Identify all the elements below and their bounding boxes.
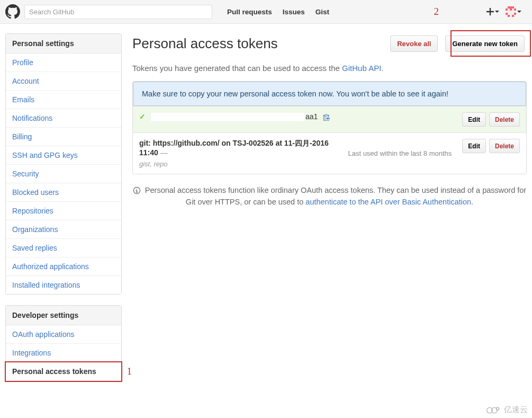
intro-suffix: . bbox=[381, 64, 383, 73]
intro-prefix: Tokens you have generated that can be us… bbox=[132, 64, 342, 73]
settings-sidebar: Personal settings Profile Account Emails… bbox=[5, 33, 122, 392]
menu-header-developer: Developer settings bbox=[6, 306, 121, 325]
github-logo-icon[interactable] bbox=[5, 4, 20, 19]
edit-token-button[interactable]: Edit bbox=[462, 112, 486, 127]
token-list: Make sure to copy your new personal acce… bbox=[132, 81, 527, 174]
token-row-existing: git: https://github.com/ on TSJ-002526 a… bbox=[133, 132, 526, 174]
generate-new-token-button[interactable]: Generate new token bbox=[445, 35, 525, 52]
delete-token-button[interactable]: Delete bbox=[489, 139, 520, 153]
main-content: Personal access tokens Revoke all Genera… bbox=[132, 33, 527, 392]
token-value-redacted bbox=[151, 113, 304, 121]
info-icon bbox=[133, 186, 141, 194]
sidebar-item-installed-integrations[interactable]: Installed integrations bbox=[6, 276, 121, 294]
revoke-all-button[interactable]: Revoke all bbox=[390, 35, 438, 52]
sidebar-item-account[interactable]: Account bbox=[6, 72, 121, 91]
token-scopes: gist, repo bbox=[139, 160, 342, 168]
page-title: Personal access tokens bbox=[132, 35, 278, 52]
nav-pull-requests[interactable]: Pull requests bbox=[223, 8, 276, 16]
sidebar-item-authorized-applications[interactable]: Authorized applications bbox=[6, 257, 121, 276]
sidebar-item-profile[interactable]: Profile bbox=[6, 54, 121, 72]
nav-gist[interactable]: Gist bbox=[311, 8, 333, 16]
token-row-actions: Edit Delete bbox=[462, 139, 520, 153]
global-header: Pull requests Issues Gist 2 bbox=[0, 0, 532, 24]
developer-settings-menu: Developer settings OAuth applications In… bbox=[5, 305, 122, 381]
sidebar-item-personal-access-tokens[interactable]: Personal access tokens bbox=[6, 362, 121, 381]
user-menu[interactable] bbox=[506, 6, 521, 17]
annotation-1: 1 bbox=[127, 366, 132, 377]
sidebar-item-organizations[interactable]: Organizations bbox=[6, 220, 121, 239]
svg-point-1 bbox=[137, 189, 137, 189]
sidebar-item-repositories[interactable]: Repositories bbox=[6, 202, 121, 220]
check-icon: ✓ bbox=[139, 112, 146, 121]
header-right: 2 bbox=[434, 6, 527, 17]
page-actions: Revoke all Generate new token bbox=[390, 33, 527, 54]
sidebar-item-security[interactable]: Security bbox=[6, 165, 121, 183]
sidebar-item-notifications[interactable]: Notifications bbox=[6, 109, 121, 128]
delete-token-button[interactable]: Delete bbox=[489, 112, 520, 127]
sidebar-item-billing[interactable]: Billing bbox=[6, 128, 121, 146]
copy-icon[interactable] bbox=[323, 113, 330, 121]
flash-copy-token: Make sure to copy your new personal acce… bbox=[133, 82, 526, 106]
sidebar-item-blocked-users[interactable]: Blocked users bbox=[6, 183, 121, 202]
sidebar-item-integrations[interactable]: Integrations bbox=[6, 344, 121, 362]
sidebar-item-emails[interactable]: Emails bbox=[6, 91, 121, 109]
annotation-2: 2 bbox=[434, 6, 439, 17]
caret-down-icon bbox=[517, 11, 521, 13]
token-title: git: https://github.com/ on TSJ-002526 a… bbox=[139, 139, 329, 157]
token-existing-content: git: https://github.com/ on TSJ-002526 a… bbox=[139, 139, 342, 168]
header-nav: Pull requests Issues Gist bbox=[223, 8, 333, 16]
token-title-sep: — bbox=[158, 148, 168, 157]
edit-token-button[interactable]: Edit bbox=[462, 139, 486, 153]
menu-header-personal: Personal settings bbox=[6, 34, 121, 54]
token-row-new: ✓ aa1 Edit Delete bbox=[133, 106, 526, 132]
caret-down-icon bbox=[495, 11, 499, 13]
footnote: Personal access tokens function like ord… bbox=[132, 185, 527, 208]
token-last-used: Last used within the last 8 months bbox=[348, 149, 457, 157]
nav-issues[interactable]: Issues bbox=[278, 8, 309, 16]
search-input[interactable] bbox=[24, 5, 212, 19]
plus-icon bbox=[486, 8, 494, 15]
sidebar-item-ssh-gpg[interactable]: SSH and GPG keys bbox=[6, 146, 121, 165]
sidebar-item-oauth-applications[interactable]: OAuth applications bbox=[6, 325, 121, 344]
page-head: Personal access tokens Revoke all Genera… bbox=[132, 33, 527, 54]
token-value-tail: aa1 bbox=[305, 112, 318, 121]
personal-settings-menu: Personal settings Profile Account Emails… bbox=[5, 33, 122, 295]
footnote-text2: . bbox=[471, 198, 473, 206]
create-menu[interactable] bbox=[486, 8, 499, 15]
token-row-actions: Edit Delete bbox=[462, 112, 520, 127]
github-api-link[interactable]: GitHub API bbox=[342, 64, 381, 73]
intro-text: Tokens you have generated that can be us… bbox=[132, 64, 527, 73]
avatar-identicon bbox=[506, 6, 516, 17]
sidebar-item-saved-replies[interactable]: Saved replies bbox=[6, 239, 121, 257]
token-new-content: aa1 bbox=[151, 112, 457, 121]
basic-auth-link[interactable]: authenticate to the API over Basic Authe… bbox=[305, 198, 471, 206]
